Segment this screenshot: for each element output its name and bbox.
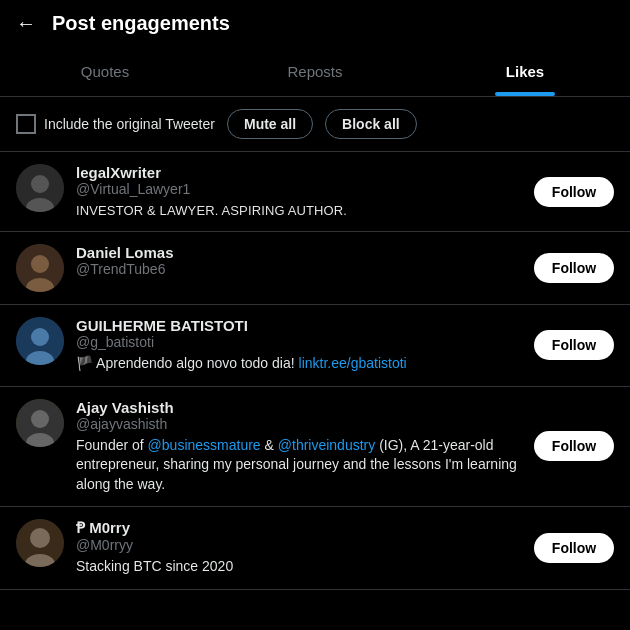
- block-all-button[interactable]: Block all: [325, 109, 417, 139]
- follow-button[interactable]: Follow: [534, 253, 614, 283]
- tab-likes[interactable]: Likes: [420, 47, 630, 96]
- user-handle: @ajayvashisth: [76, 416, 522, 432]
- user-info: Ᵽ M0rry @M0rryy Stacking BTC since 2020: [76, 519, 522, 577]
- header: ← Post engagements: [0, 0, 630, 47]
- avatar: [16, 317, 64, 365]
- list-item: legalXwriter @Virtual_Lawyer1 INVESTOR &…: [0, 152, 630, 232]
- user-handle: @TrendTube6: [76, 261, 522, 277]
- tabs-bar: Quotes Reposts Likes: [0, 47, 630, 97]
- user-info: Daniel Lomas @TrendTube6: [76, 244, 522, 281]
- tab-reposts[interactable]: Reposts: [210, 47, 420, 96]
- user-handle: @g_batistoti: [76, 334, 522, 350]
- filter-bar: Include the original Tweeter Mute all Bl…: [0, 97, 630, 152]
- list-item: Ᵽ M0rry @M0rryy Stacking BTC since 2020 …: [0, 507, 630, 590]
- list-item: GUILHERME BATISTOTI @g_batistoti 🏴 Apren…: [0, 305, 630, 387]
- user-bio: INVESTOR & LAWYER. ASPIRING AUTHOR.: [76, 203, 347, 218]
- svg-point-1: [31, 175, 49, 193]
- user-name: Daniel Lomas: [76, 244, 522, 261]
- user-name: legalXwriter: [76, 164, 522, 181]
- include-original-checkbox[interactable]: [16, 114, 36, 134]
- avatar: [16, 519, 64, 567]
- user-bio: 🏴 Aprendendo algo novo todo dia! linktr.…: [76, 355, 407, 371]
- avatar: [16, 399, 64, 447]
- list-item: Daniel Lomas @TrendTube6 Follow: [0, 232, 630, 305]
- page-title: Post engagements: [52, 12, 230, 35]
- svg-point-7: [31, 328, 49, 346]
- mute-all-button[interactable]: Mute all: [227, 109, 313, 139]
- include-original-label: Include the original Tweeter: [44, 116, 215, 132]
- user-bio: Founder of @businessmature & @thriveindu…: [76, 437, 517, 492]
- svg-point-13: [30, 528, 50, 548]
- user-info: GUILHERME BATISTOTI @g_batistoti 🏴 Apren…: [76, 317, 522, 374]
- follow-button[interactable]: Follow: [534, 533, 614, 563]
- include-original-wrapper: Include the original Tweeter: [16, 114, 215, 134]
- follow-button[interactable]: Follow: [534, 177, 614, 207]
- user-info: Ajay Vashisth @ajayvashisth Founder of @…: [76, 399, 522, 495]
- follow-button[interactable]: Follow: [534, 431, 614, 461]
- svg-point-10: [31, 410, 49, 428]
- user-bio: Stacking BTC since 2020: [76, 558, 233, 574]
- back-button[interactable]: ←: [16, 12, 36, 35]
- user-list: legalXwriter @Virtual_Lawyer1 INVESTOR &…: [0, 152, 630, 590]
- user-name: GUILHERME BATISTOTI: [76, 317, 522, 334]
- user-info: legalXwriter @Virtual_Lawyer1 INVESTOR &…: [76, 164, 522, 219]
- user-handle: @Virtual_Lawyer1: [76, 181, 522, 197]
- avatar: [16, 244, 64, 292]
- avatar: [16, 164, 64, 212]
- list-item: Ajay Vashisth @ajayvashisth Founder of @…: [0, 387, 630, 508]
- tab-quotes[interactable]: Quotes: [0, 47, 210, 96]
- user-name: Ajay Vashisth: [76, 399, 522, 416]
- svg-point-4: [31, 255, 49, 273]
- user-name: Ᵽ M0rry: [76, 519, 522, 537]
- user-handle: @M0rryy: [76, 537, 522, 553]
- follow-button[interactable]: Follow: [534, 330, 614, 360]
- back-icon: ←: [16, 12, 36, 35]
